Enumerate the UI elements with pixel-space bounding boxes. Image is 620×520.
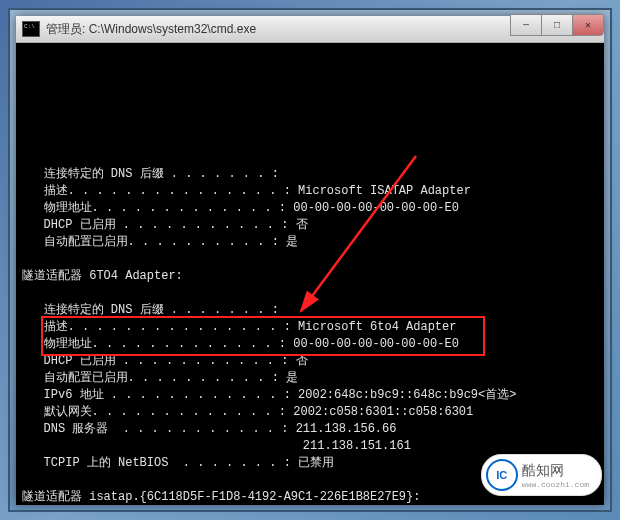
close-button[interactable]: ✕ bbox=[572, 14, 604, 36]
watermark-logo-icon: IC bbox=[486, 459, 518, 491]
config-line: 物理地址. . . . . . . . . . . . . : 00-00-00… bbox=[22, 336, 598, 353]
config-line: IPv6 地址 . . . . . . . . . . . . : 2002:6… bbox=[22, 387, 598, 404]
config-line: 连接特定的 DNS 后缀 . . . . . . . : bbox=[22, 302, 598, 319]
titlebar[interactable]: 管理员: C:\Windows\system32\cmd.exe ─ □ ✕ bbox=[16, 16, 604, 43]
watermark-badge: IC 酷知网 www.coozhi.com bbox=[481, 454, 602, 496]
config-line: DHCP 已启用 . . . . . . . . . . . : 否 bbox=[22, 353, 598, 370]
config-line: DHCP 已启用 . . . . . . . . . . . : 否 bbox=[22, 217, 598, 234]
watermark-text: 酷知网 bbox=[522, 462, 564, 478]
config-line: 描述. . . . . . . . . . . . . . . : Micros… bbox=[22, 319, 598, 336]
config-line: DNS 服务器 . . . . . . . . . . . : 211.138.… bbox=[22, 421, 598, 438]
window-controls: ─ □ ✕ bbox=[511, 14, 604, 36]
config-line: 描述. . . . . . . . . . . . . . . : Micros… bbox=[22, 183, 598, 200]
terminal-output[interactable]: 连接特定的 DNS 后缀 . . . . . . . : 描述. . . . .… bbox=[16, 43, 604, 505]
screenshot-frame: 管理员: C:\Windows\system32\cmd.exe ─ □ ✕ 连… bbox=[8, 8, 612, 512]
watermark-url: www.coozhi.com bbox=[522, 480, 589, 489]
terminal-blank bbox=[22, 251, 598, 268]
cmd-window: 管理员: C:\Windows\system32\cmd.exe ─ □ ✕ 连… bbox=[16, 16, 604, 504]
window-title: 管理员: C:\Windows\system32\cmd.exe bbox=[46, 21, 256, 38]
config-line: 物理地址. . . . . . . . . . . . . : 00-00-00… bbox=[22, 200, 598, 217]
maximize-button[interactable]: □ bbox=[541, 14, 573, 36]
terminal-blank bbox=[22, 285, 598, 302]
minimize-button[interactable]: ─ bbox=[510, 14, 542, 36]
config-line: 自动配置已启用. . . . . . . . . . : 是 bbox=[22, 370, 598, 387]
config-line: 默认网关. . . . . . . . . . . . . : 2002:c05… bbox=[22, 404, 598, 421]
adapter-header: 隧道适配器 6TO4 Adapter: bbox=[22, 268, 598, 285]
config-line: 连接特定的 DNS 后缀 . . . . . . . : bbox=[22, 166, 598, 183]
cmd-icon bbox=[22, 21, 40, 37]
config-line: 自动配置已启用. . . . . . . . . . : 是 bbox=[22, 234, 598, 251]
config-line: 211.138.151.161 bbox=[22, 438, 598, 455]
